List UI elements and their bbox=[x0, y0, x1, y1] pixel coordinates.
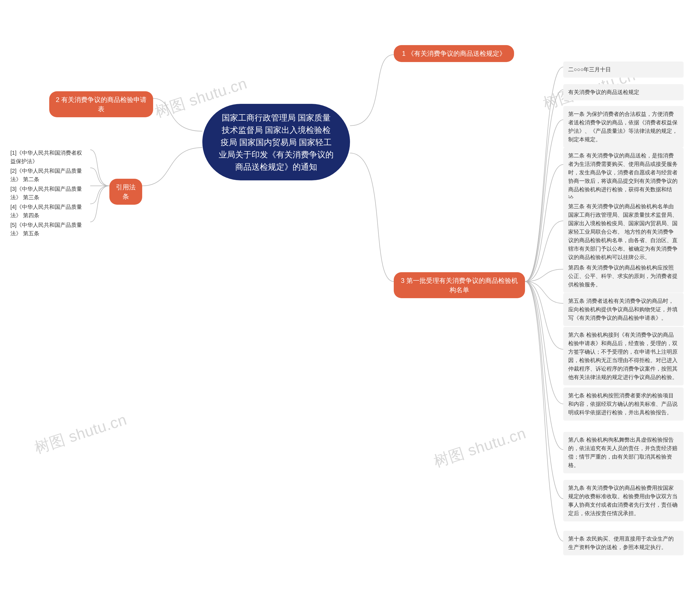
article-2[interactable]: 第一条 为保护消费者的合法权益，方便消费者送检消费争议的商品，依据《消费者权益保… bbox=[563, 106, 684, 148]
article-0[interactable]: 二○○○年三月十日 bbox=[563, 62, 684, 78]
law-text: [4]《中华人民共和国产品质量法》 第四条 bbox=[11, 204, 82, 218]
branch-laws-label: 引用法条 bbox=[115, 182, 136, 201]
article-8[interactable]: 第七条 检验机构按照消费者要求的检验项目和内容，依据经双方确认的相关标准、产品说… bbox=[563, 387, 684, 421]
law-text: [1]《中华人民共和国消费者权益保护法》 bbox=[11, 150, 82, 164]
law-text: [2]《中华人民共和国产品质量法》 第二条 bbox=[11, 168, 82, 182]
article-text: 第七条 检验机构按照消费者要求的检验项目和内容，依据经双方确认的相关标准、产品说… bbox=[568, 392, 678, 415]
watermark: 树图 shutu.cn bbox=[431, 423, 529, 472]
article-text: 第三条 有关消费争议的商品检验机构名单由国家工商行政管理局、国家质量技术监督局、… bbox=[568, 203, 678, 260]
law-text: [3]《中华人民共和国产品质量法》 第三条 bbox=[11, 186, 82, 200]
root-title: 国家工商行政管理局 国家质量技术监督局 国家出入境检验检疫局 国家国内贸易局 国… bbox=[219, 112, 333, 173]
branch-2-label: 2 有关消费争议的商品检验申请表 bbox=[55, 95, 147, 113]
article-5[interactable]: 第四条 有关消费争议的商品检验机构应按照公正、公平、科学、求实的原则，为消费者提… bbox=[563, 260, 684, 293]
watermark: 树图 shutu.cn bbox=[32, 410, 129, 459]
article-3[interactable]: 第二条 有关消费争议的商品送检，是指消费者为生活消费需要购买、使用商品或接受服务… bbox=[563, 148, 684, 206]
law-text: [5]《中华人民共和国产品质量法》 第五条 bbox=[11, 222, 82, 236]
article-text: 第九条 有关消费争议的商品检验费用按国家规定的收费标准收取。检验费用由争议双方当… bbox=[568, 485, 678, 516]
article-text: 第一条 为保护消费者的合法权益，方便消费者送检消费争议的商品，依据《消费者权益保… bbox=[568, 111, 678, 142]
branch-3[interactable]: 3 第一批受理有关消费争议的商品检验机构名单 bbox=[394, 272, 525, 298]
branch-3-label: 3 第一批受理有关消费争议的商品检验机构名单 bbox=[400, 276, 519, 294]
article-text: 二○○○年三月十日 bbox=[568, 66, 611, 73]
article-1[interactable]: 有关消费争议的商品送检规定 bbox=[563, 84, 684, 100]
article-7[interactable]: 第六条 检验机构接到《有关消费争议的商品检验申请表》和商品后，经查验，受理的，双… bbox=[563, 327, 684, 385]
article-text: 第十条 农民购买、使用直接用于农业生产的生产资料争议的送检，参照本规定执行。 bbox=[568, 536, 674, 550]
article-text: 第八条 检验机构徇私舞弊出具虚假检验报告的，依法追究有关人员的责任，并负责经济赔… bbox=[568, 437, 678, 468]
root-node[interactable]: 国家工商行政管理局 国家质量技术监督局 国家出入境检验检疫局 国家国内贸易局 国… bbox=[202, 104, 350, 180]
article-10[interactable]: 第九条 有关消费争议的商品检验费用按国家规定的收费标准收取。检验费用由争议双方当… bbox=[563, 480, 684, 521]
article-6[interactable]: 第五条 消费者送检有关消费争议的商品时，应向检验机构提供争议商品和购物凭证，并填… bbox=[563, 293, 684, 326]
article-text: 第四条 有关消费争议的商品检验机构应按照公正、公平、科学、求实的原则，为消费者提… bbox=[568, 264, 678, 288]
branch-2[interactable]: 2 有关消费争议的商品检验申请表 bbox=[49, 91, 153, 117]
article-4[interactable]: 第三条 有关消费争议的商品检验机构名单由国家工商行政管理局、国家质量技术监督局、… bbox=[563, 198, 684, 266]
article-11[interactable]: 第十条 农民购买、使用直接用于农业生产的生产资料争议的送检，参照本规定执行。 bbox=[563, 531, 684, 555]
article-text: 第二条 有关消费争议的商品送检，是指消费者为生活消费需要购买、使用商品或接受服务… bbox=[568, 152, 678, 201]
article-text: 有关消费争议的商品送检规定 bbox=[568, 89, 639, 95]
article-9[interactable]: 第八条 检验机构徇私舞弊出具虚假检验报告的，依法追究有关人员的责任，并负责经济赔… bbox=[563, 432, 684, 473]
law-item-5[interactable]: [5]《中华人民共和国产品质量法》 第五条 bbox=[5, 217, 90, 242]
branch-1-label: 1 《有关消费争议的商品送检规定》 bbox=[402, 49, 506, 58]
mindmap-canvas: 树图 shutu.cn 树图 shutu.cn 树图 shutu.cn 树图 s… bbox=[0, 0, 700, 610]
branch-1[interactable]: 1 《有关消费争议的商品送检规定》 bbox=[394, 45, 514, 62]
branch-laws[interactable]: 引用法条 bbox=[109, 179, 142, 205]
article-text: 第六条 检验机构接到《有关消费争议的商品检验申请表》和商品后，经查验，受理的，双… bbox=[568, 332, 678, 380]
article-text: 第五条 消费者送检有关消费争议的商品时，应向检验机构提供争议商品和购物凭证，并填… bbox=[568, 298, 678, 321]
